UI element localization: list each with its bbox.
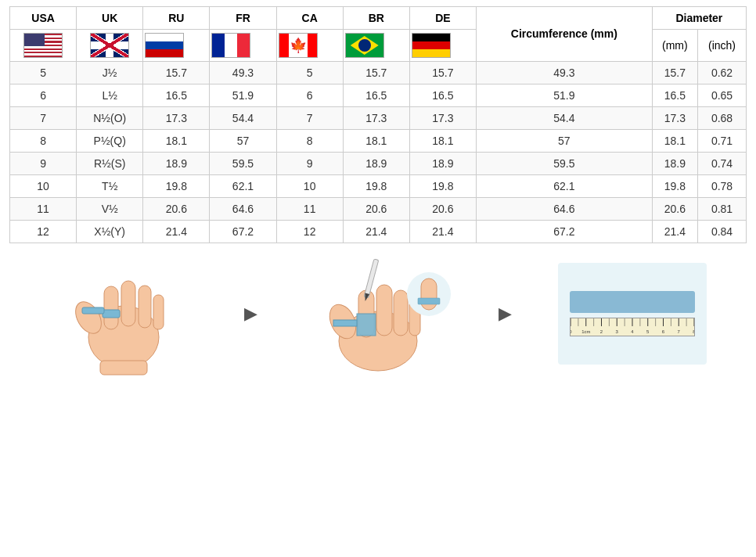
svg-rect-15 bbox=[357, 314, 376, 336]
diameter-mm-subheader: (mm) bbox=[652, 30, 697, 62]
fr-cell: 59.5 bbox=[210, 153, 276, 175]
diam-in-cell: 0.84 bbox=[698, 221, 747, 243]
images-section: ▶ bbox=[0, 243, 756, 384]
svg-text:2: 2 bbox=[600, 329, 603, 334]
ruler-scale: 0 1cm 2 3 4 5 6 7 8 bbox=[570, 318, 695, 336]
de-cell: 21.4 bbox=[409, 221, 476, 243]
de-cell: 19.8 bbox=[409, 175, 476, 198]
de-header: DE bbox=[409, 7, 476, 30]
diam-mm-cell: 15.7 bbox=[652, 62, 697, 84]
uk-cell: P½(Q) bbox=[77, 130, 143, 153]
fr-flag-cell bbox=[210, 30, 276, 62]
circ-cell: 51.9 bbox=[476, 84, 652, 107]
ca-flag: 🍁 bbox=[279, 33, 318, 58]
diam-in-cell: 0.65 bbox=[698, 84, 747, 107]
ca-flag-cell: 🍁 bbox=[276, 30, 343, 62]
usa-cell: 5 bbox=[10, 62, 77, 84]
table-row: 10T½19.862.11019.819.862.119.80.78 bbox=[10, 175, 747, 198]
svg-rect-6 bbox=[103, 310, 120, 318]
diam-in-cell: 0.78 bbox=[698, 175, 747, 198]
svg-rect-2 bbox=[104, 286, 118, 329]
table-row: 6L½16.551.9616.516.551.916.50.65 bbox=[10, 84, 747, 107]
blue-strip bbox=[570, 291, 695, 313]
br-cell: 16.5 bbox=[343, 84, 409, 107]
table-row: 12X½(Y)21.467.21221.421.467.221.40.84 bbox=[10, 221, 747, 243]
ru-cell: 19.8 bbox=[143, 175, 210, 198]
uk-cell: T½ bbox=[77, 175, 143, 198]
br-cell: 19.8 bbox=[343, 175, 409, 198]
br-cell: 20.6 bbox=[343, 198, 409, 221]
step3-image: 0 1cm 2 3 4 5 6 7 8 bbox=[518, 263, 747, 365]
ruler-illustration: 0 1cm 2 3 4 5 6 7 8 bbox=[558, 263, 707, 365]
circ-cell: 62.1 bbox=[476, 175, 652, 198]
circ-cell: 59.5 bbox=[476, 153, 652, 175]
svg-rect-4 bbox=[139, 286, 151, 328]
usa-cell: 12 bbox=[10, 221, 77, 243]
ca-cell: 11 bbox=[276, 198, 343, 221]
diam-in-cell: 0.74 bbox=[698, 153, 747, 175]
table-body: 5J½15.749.3515.715.749.315.70.626L½16.55… bbox=[10, 62, 747, 243]
maple-leaf-icon: 🍁 bbox=[290, 38, 307, 52]
br-cell: 17.3 bbox=[343, 107, 409, 130]
diam-mm-cell: 21.4 bbox=[652, 221, 697, 243]
svg-rect-23 bbox=[418, 298, 440, 304]
fr-cell: 54.4 bbox=[210, 107, 276, 130]
uk-header: UK bbox=[77, 7, 143, 30]
svg-text:1cm: 1cm bbox=[581, 329, 590, 334]
fr-header: FR bbox=[210, 7, 276, 30]
de-cell: 16.5 bbox=[409, 84, 476, 107]
svg-text:4: 4 bbox=[631, 329, 634, 334]
circ-cell: 67.2 bbox=[476, 221, 652, 243]
ru-cell: 16.5 bbox=[143, 84, 210, 107]
table-row: 7N½(O)17.354.4717.317.354.417.30.68 bbox=[10, 107, 747, 130]
uk-flag bbox=[90, 33, 129, 58]
table-row: 5J½15.749.3515.715.749.315.70.62 bbox=[10, 62, 747, 84]
table-row: 9R½(S)18.959.5918.918.959.518.90.74 bbox=[10, 153, 747, 175]
ca-cell: 8 bbox=[276, 130, 343, 153]
circ-cell: 57 bbox=[476, 130, 652, 153]
page-wrapper: USA UK RU FR CA BR DE Circumference (mm)… bbox=[0, 0, 756, 384]
ru-cell: 15.7 bbox=[143, 62, 210, 84]
ca-cell: 10 bbox=[276, 175, 343, 198]
fr-cell: 62.1 bbox=[210, 175, 276, 198]
hand-strip-svg bbox=[57, 251, 190, 376]
circumference-header: Circumference (mm) bbox=[476, 7, 652, 62]
fr-flag bbox=[211, 33, 250, 58]
svg-text:5: 5 bbox=[646, 329, 650, 334]
svg-rect-3 bbox=[121, 281, 135, 326]
svg-rect-5 bbox=[153, 295, 164, 329]
diam-in-cell: 0.62 bbox=[698, 62, 747, 84]
svg-rect-11 bbox=[376, 285, 392, 336]
diameter-header: Diameter bbox=[652, 7, 746, 30]
diam-mm-cell: 16.5 bbox=[652, 84, 697, 107]
ca-cell: 9 bbox=[276, 153, 343, 175]
usa-cell: 6 bbox=[10, 84, 77, 107]
ca-header: CA bbox=[276, 7, 343, 30]
svg-rect-17 bbox=[333, 320, 357, 326]
ru-flag-cell bbox=[143, 30, 210, 62]
svg-text:0: 0 bbox=[571, 329, 572, 334]
uk-cell: N½(O) bbox=[77, 107, 143, 130]
diam-mm-cell: 17.3 bbox=[652, 107, 697, 130]
fr-cell: 49.3 bbox=[210, 62, 276, 84]
circ-cell: 49.3 bbox=[476, 62, 652, 84]
de-cell: 17.3 bbox=[409, 107, 476, 130]
de-cell: 18.1 bbox=[409, 130, 476, 153]
ring-size-table: USA UK RU FR CA BR DE Circumference (mm)… bbox=[9, 6, 747, 243]
table-row: 8P½(Q)18.157818.118.15718.10.71 bbox=[10, 130, 747, 153]
uk-cell: X½(Y) bbox=[77, 221, 143, 243]
usa-cell: 8 bbox=[10, 130, 77, 153]
fr-cell: 51.9 bbox=[210, 84, 276, 107]
br-flag-cell bbox=[343, 30, 409, 62]
ru-cell: 18.1 bbox=[143, 130, 210, 153]
circ-cell: 54.4 bbox=[476, 107, 652, 130]
ru-flag bbox=[145, 33, 184, 58]
br-cell: 21.4 bbox=[343, 221, 409, 243]
usa-flag bbox=[23, 33, 63, 58]
fr-cell: 67.2 bbox=[210, 221, 276, 243]
diam-mm-cell: 19.8 bbox=[652, 175, 697, 198]
diam-in-cell: 0.68 bbox=[698, 107, 747, 130]
circ-cell: 64.6 bbox=[476, 198, 652, 221]
ca-cell: 7 bbox=[276, 107, 343, 130]
svg-text:8: 8 bbox=[693, 329, 694, 334]
